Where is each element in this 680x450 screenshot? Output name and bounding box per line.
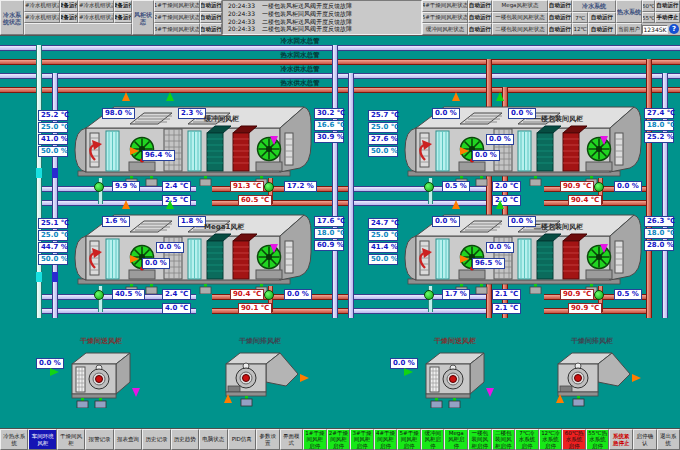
temp-setpoint: 25.0 ℃ [38, 230, 68, 241]
supply-fan-unit-label: 干燥间送风柜 [400, 336, 510, 346]
ahu-left-readings: 25.1 ℃ 25.0 ℃ 44.7 % 50.0 % [38, 218, 68, 266]
supply-air-humidity: 25.2 % [644, 132, 674, 143]
control-packing-1f-start-stop[interactable]: 一楼包装间风柜启停 [468, 429, 492, 450]
control-dryer3-start-stop[interactable]: 3#干燥间风柜启停 [350, 429, 374, 450]
supply-air-humidity: 30.9 % [314, 132, 344, 143]
alarm-text: 一楼包装风柜送风阀开度反馈故障 [262, 2, 352, 10]
damper-position: 0.0 % [432, 216, 460, 227]
alarm-row: 20:24:33 一楼包装风柜回风阀开度反馈故障 [223, 10, 421, 18]
control-dryer2-start-stop[interactable]: 2#干燥间风柜启停 [327, 429, 351, 450]
return-air-temp: 25.7 ℃ [368, 110, 398, 121]
emergency-stop-button[interactable]: 系统紧急停止 [609, 429, 633, 450]
ahu-left-readings: 24.7 ℃ 25.0 ℃ 41.4 % 50.0 % [368, 218, 398, 266]
dryer-1-ahu-label: 1#干燥间风柜状态 [154, 0, 200, 12]
return-air-temp: 24.7 ℃ [368, 218, 398, 229]
nav-pid-simulation[interactable]: PID仿真 [228, 429, 256, 450]
outlet-air-arrow-icon [632, 374, 641, 382]
nav-computer-status[interactable]: 电脑状态 [199, 429, 227, 450]
chilled-water-temp: 2.4 ℃ [162, 289, 191, 300]
valve-indicator [594, 182, 604, 192]
supply-fan-unit-label: 干燥间送风柜 [46, 336, 156, 346]
nav-history-log[interactable]: 历史记录 [142, 429, 170, 450]
return-air-temp: 25.1 ℃ [38, 218, 68, 229]
control-dryer5-start-stop[interactable]: 5#干燥间风柜启停 [397, 429, 421, 450]
control-packing-2f-start-stop[interactable]: 二楼包装间风柜启停 [492, 429, 516, 450]
outlet-air-arrow-icon [132, 388, 140, 397]
mega-ahu-status: 自动运行 [548, 0, 572, 12]
chiller-1-status: 设备运行 [60, 0, 78, 12]
cold-temp-1: 7℃ [572, 12, 588, 24]
supply-air-arrow-icon [270, 244, 278, 253]
chiller-grid-spacer [24, 23, 132, 35]
exit-system-button[interactable]: 退出系统 [657, 429, 680, 450]
ahu-packing-2f: 24.7 ℃ 25.0 ℃ 41.4 % 50.0 % 0.0 % 0.0 % … [368, 208, 680, 328]
hot-temp-1: 60℃ [642, 0, 655, 12]
return-air-humidity: 27.6 % [368, 134, 398, 145]
nav-dryer-ahu[interactable]: 干燥间风柜 [57, 429, 85, 450]
hot-status-1: 自动运行 [655, 0, 680, 12]
damper-position: 98.0 % [102, 108, 135, 119]
supply-temp-setpoint: 18.0 ℃ [314, 228, 344, 239]
chilled-water-temp: 2.4 ℃ [162, 181, 191, 192]
nav-report-query[interactable]: 报表查询 [114, 429, 142, 450]
supply-air-humidity: 60.9 % [314, 240, 344, 251]
chilled-water-temp: 2.0 ℃ [492, 181, 521, 192]
exhaust-fan-unit [220, 348, 300, 408]
chiller-status-grid: 1#冷水机组状态 设备运行 3#冷水机组状态 设备运行 2#冷水机组状态 设备运… [24, 0, 132, 35]
hot-system-values: 60℃ 自动运行 55℃ 手动停止 1234SK ? [642, 0, 680, 35]
nav-cooling-hot-water-system[interactable]: 冷热水系统 [0, 429, 28, 450]
supply-air-arrow-icon [600, 136, 608, 145]
control-dryer1-start-stop[interactable]: 1#干燥间风柜启停 [303, 429, 327, 450]
cold-system-block: 冷水系统 7℃ 自动运行 12℃ 自动运行 [572, 0, 616, 35]
control-buffer-ahu-start-stop[interactable]: 缓冲间风柜启停 [421, 429, 445, 450]
hot-valve-opening: 17.2 % [284, 181, 317, 192]
alarm-time: 20:24:33 [228, 10, 255, 18]
control-dryer4-start-stop[interactable]: 4#干燥间风柜启停 [374, 429, 398, 450]
control-hot-55c-start-stop[interactable]: 55℃热水系统启停 [586, 429, 610, 450]
mega-ahu-label: Mega风柜状态 [492, 0, 548, 12]
control-cold-12c-start-stop[interactable]: 12℃冷水系统启停 [539, 429, 563, 450]
exhaust-air-arrow-icon [452, 200, 460, 209]
valve-indicator [264, 290, 274, 300]
settings-parameters-button[interactable]: 参数设置 [256, 429, 280, 450]
alarm-text: 一楼包装风柜回风阀开度反馈故障 [262, 10, 352, 18]
alarm-time: 20:24:33 [228, 2, 255, 10]
hot-valve-opening: 0.5 % [614, 289, 642, 300]
exhaust-fan-graphic [220, 348, 300, 408]
chilled-water-temp: 2.1 ℃ [492, 303, 521, 314]
supply-fan-graphic [66, 348, 136, 408]
ahu-right-readings: 17.6 ℃ 18.0 ℃ 60.9 % [314, 216, 344, 252]
settings-screen-mode-button[interactable]: 界面模式 [280, 429, 304, 450]
control-cold-7c-start-stop[interactable]: 7℃冷水系统启停 [515, 429, 539, 450]
dryer-5-ahu-label: 5#干燥间风柜状态 [422, 12, 468, 24]
alarm-row: 20:24:33 一楼包装风柜送风阀开度反馈故障 [223, 2, 421, 10]
temp-setpoint: 25.0 ℃ [38, 122, 68, 133]
alarm-row: 20:24:33 二楼包装风柜送风阀开度反馈故障 [223, 18, 421, 26]
valve-indicator [424, 290, 434, 300]
mixing-damper-position: 0.0 % [472, 150, 500, 161]
hot-water-temp: 90.4 ℃ [230, 289, 264, 300]
hot-status-2: 手动停止 [655, 12, 680, 24]
ahu-status-grid-right: 4#干燥间风柜状态 自动运行 Mega风柜状态 自动运行 5#干燥间风柜状态 自… [422, 0, 572, 35]
humidity-setpoint: 50.0 % [368, 146, 398, 157]
status-panel: 冷水系统状态 1#冷水机组状态 设备运行 3#冷水机组状态 设备运行 2#冷水机… [0, 0, 680, 36]
start-stop-confirm-button[interactable]: 启停确认 [633, 429, 657, 450]
damper-position: 2.3 % [178, 108, 206, 119]
supply-air-temp: 30.2 ℃ [314, 108, 344, 119]
nav-workshop-ahu[interactable]: 车间环境风柜 [28, 429, 56, 450]
nav-alarm-log[interactable]: 报警记录 [85, 429, 113, 450]
mixing-damper-position: 0.0 % [486, 242, 514, 253]
nav-history-trend[interactable]: 历史趋势 [171, 429, 199, 450]
supply-temp-setpoint: 16.6 ℃ [314, 120, 344, 131]
mixing-damper-position: 0.0 % [142, 258, 170, 269]
chiller-2-label: 2#冷水机组状态 [24, 12, 60, 24]
hot-water-temp: 90.1 ℃ [238, 303, 272, 314]
hot-water-temp: 90.4 ℃ [568, 195, 602, 206]
help-button[interactable]: ? [669, 24, 679, 34]
ahu-mega: 25.1 ℃ 25.0 ℃ 44.7 % 50.0 % 1.6 % 1.8 % … [38, 208, 350, 328]
control-mega-ahu-start-stop[interactable]: Mega风柜启停 [444, 429, 468, 450]
buffer-ahu-status: 自动运行 [468, 23, 492, 35]
user-id-box[interactable]: 1234SK [642, 25, 668, 34]
control-hot-60c-start-stop[interactable]: 60℃热水系统启停 [562, 429, 586, 450]
packing-1f-ahu-label: 一楼包装间风柜状态 [492, 12, 548, 24]
